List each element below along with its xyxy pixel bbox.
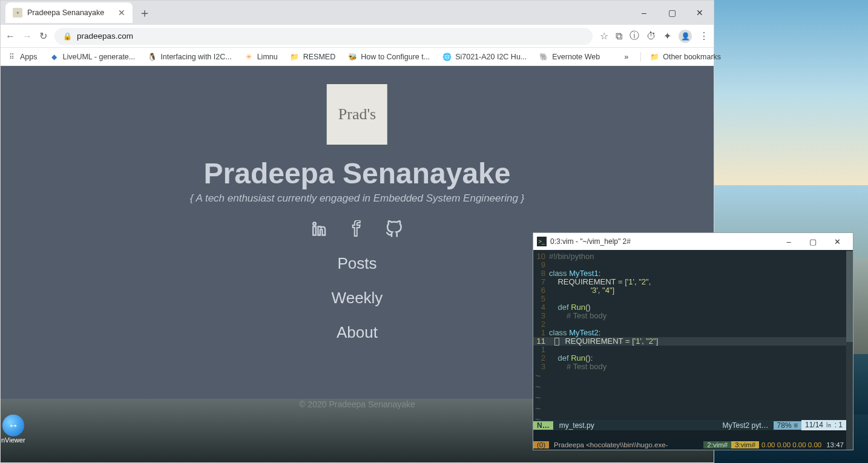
bookmark-icon: 🐝 <box>347 52 357 62</box>
bookmarks-bar: ⠿Apps◆LiveUML - generate...🐧Interfacing … <box>1 48 714 66</box>
terminal-app-icon: >_ <box>537 237 547 246</box>
vim-percent: 78% ≡ <box>774 421 801 430</box>
site-title: Pradeepa Senanayake <box>190 157 525 190</box>
bookmark-item[interactable]: ◆LiveUML - generate... <box>50 52 136 62</box>
nav-menu: Posts Weekly About <box>190 254 525 342</box>
tmux-text: Pradeepa <hocolatey\\bin\\hugo.exe- <box>549 441 703 448</box>
bookmark-label: Limnu <box>257 53 278 61</box>
star-icon[interactable]: ☆ <box>600 30 608 42</box>
vim-position: 11/14 ㏑ : 1 <box>801 420 846 430</box>
code-line[interactable]: 8class MyTest1: <box>533 269 853 278</box>
term-close-button[interactable]: ✕ <box>825 233 849 250</box>
bookmark-item[interactable]: 🌐Si7021-A20 I2C Hu... <box>442 52 527 62</box>
empty-lines: ~~~~~ <box>533 371 853 425</box>
folder-icon: 📁 <box>649 52 659 62</box>
tab-strip: ✦ Pradeepa Senanayake ✕ ＋ – ▢ ✕ <box>1 1 714 25</box>
site-subtitle: { A tech enthusiast currently engaged in… <box>190 192 525 205</box>
hero: Prad's Pradeepa Senanayake { A tech enth… <box>190 84 525 342</box>
bookmark-icon: 🐘 <box>539 52 548 62</box>
tmux-session: (0) <box>533 441 549 448</box>
info-icon[interactable]: ⓘ <box>630 30 639 42</box>
bookmark-icon: ✳ <box>244 52 254 62</box>
terminal-titlebar[interactable]: >_ 0:3:vim - "~/vim_help" 2# – ▢ ✕ <box>533 233 853 250</box>
vim-commandline[interactable] <box>533 430 846 440</box>
bookmark-icon: ⠿ <box>7 52 16 62</box>
terminal-window: >_ 0:3:vim - "~/vim_help" 2# – ▢ ✕ 10#!/… <box>533 232 853 450</box>
code-line[interactable]: 5 <box>533 295 853 303</box>
lock-icon: 🔒 <box>63 32 72 41</box>
favicon-icon: ✦ <box>13 8 22 18</box>
desktop-app-label: nViewer <box>1 436 25 444</box>
bookmark-item[interactable]: ✳Limnu <box>244 52 278 62</box>
code-line[interactable]: 1class MyTest2: <box>533 329 853 337</box>
bookmark-label: LiveUML - generate... <box>63 53 136 61</box>
svg-point-1 <box>313 223 316 226</box>
code-line[interactable]: 6 '3', "4"] <box>533 286 853 295</box>
tmux-load: 0.00 0.00 0.00 0.00 <box>759 441 824 448</box>
facebook-icon[interactable] <box>349 220 364 238</box>
window-controls: – ▢ ✕ <box>630 1 714 25</box>
profile-avatar[interactable]: 👤 <box>679 30 692 43</box>
vim-mode: N… <box>533 421 553 430</box>
bookmark-label: Interfacing with I2C... <box>160 53 231 61</box>
code-line[interactable]: 4 def Run() <box>533 303 853 312</box>
new-tab-button[interactable]: ＋ <box>136 5 153 21</box>
bookmark-overflow[interactable]: » <box>624 53 628 61</box>
bookmark-item[interactable]: 🐘Evernote Web <box>539 52 600 62</box>
address-bar[interactable]: 🔒 pradeepas.com <box>54 28 593 45</box>
menu-item-about[interactable]: About <box>190 323 525 342</box>
social-links <box>190 220 525 238</box>
tmux-win2[interactable]: 2:vim# <box>703 441 731 448</box>
reload-button[interactable]: ↻ <box>39 30 47 42</box>
code-line[interactable]: 11 REQUIREMENT = ['1', "2"] <box>533 337 853 346</box>
code-line[interactable]: 3 # Test body <box>533 312 853 320</box>
github-icon[interactable] <box>385 220 403 238</box>
close-button[interactable]: ✕ <box>686 1 714 25</box>
bookmark-label: Apps <box>20 53 38 61</box>
bookmark-item[interactable]: ⠿Apps <box>7 52 38 62</box>
forward-button[interactable]: → <box>22 31 32 42</box>
code-line[interactable]: 2 def Run(): <box>533 354 853 363</box>
tmux-time: 13:47 <box>824 441 846 448</box>
menu-item-posts[interactable]: Posts <box>190 254 525 273</box>
extensions-icon[interactable]: ✦ <box>663 30 671 42</box>
bookmark-label: RESMED <box>303 53 335 61</box>
chrome-menu-icon[interactable]: ⋮ <box>699 30 709 42</box>
other-bookmarks[interactable]: 📁 Other bookmarks <box>640 52 721 62</box>
bookmark-item[interactable]: 🐝How to Configure t... <box>347 52 430 62</box>
timer-icon[interactable]: ⏱ <box>646 31 656 42</box>
code-line[interactable]: 7 REQUIREMENT = ['1', "2", <box>533 278 853 286</box>
reader-icon[interactable]: ⧉ <box>616 31 622 42</box>
tab-title: Pradeepa Senanayake <box>27 8 104 17</box>
linkedin-icon[interactable] <box>311 220 328 238</box>
desktop-app-teamviewer[interactable]: ↔ nViewer <box>1 415 25 444</box>
code-line[interactable]: 10#!/bin/python <box>533 252 853 261</box>
vim-tag: MyTest2 pyt… <box>718 421 774 430</box>
back-button[interactable]: ← <box>5 31 15 42</box>
tmux-win3[interactable]: 3:vim# <box>731 441 759 448</box>
code-line[interactable]: 1 <box>533 346 853 354</box>
terminal-scrollbar[interactable] <box>846 250 853 450</box>
term-minimize-button[interactable]: – <box>777 233 801 250</box>
scrollbar-thumb[interactable] <box>846 251 853 342</box>
bookmark-label: Si7021-A20 I2C Hu... <box>455 53 527 61</box>
terminal-body[interactable]: 10#!/bin/python98class MyTest1:7 REQUIRE… <box>533 250 853 450</box>
code-line[interactable]: 2 <box>533 320 853 329</box>
tab-close-icon[interactable]: ✕ <box>118 8 125 18</box>
code-line[interactable]: 3 # Test body <box>533 363 853 371</box>
menu-item-weekly[interactable]: Weekly <box>190 289 525 307</box>
vim-statusline: N… my_test.py MyTest2 pyt… 78% ≡ 11/14 ㏑… <box>533 420 846 430</box>
minimize-button[interactable]: – <box>630 1 658 25</box>
bookmark-icon: 🌐 <box>442 52 452 62</box>
other-bookmarks-label: Other bookmarks <box>663 53 721 61</box>
terminal-title-text: 0:3:vim - "~/vim_help" 2# <box>550 237 631 246</box>
code-line[interactable]: 9 <box>533 261 853 269</box>
term-maximize-button[interactable]: ▢ <box>801 233 825 250</box>
vim-filename: my_test.py <box>553 421 718 430</box>
svg-rect-0 <box>313 227 316 235</box>
maximize-button[interactable]: ▢ <box>658 1 686 25</box>
browser-tab[interactable]: ✦ Pradeepa Senanayake ✕ <box>5 2 133 23</box>
code-area[interactable]: 10#!/bin/python98class MyTest1:7 REQUIRE… <box>533 252 853 371</box>
bookmark-item[interactable]: 📁RESMED <box>290 52 335 62</box>
bookmark-item[interactable]: 🐧Interfacing with I2C... <box>147 52 231 62</box>
